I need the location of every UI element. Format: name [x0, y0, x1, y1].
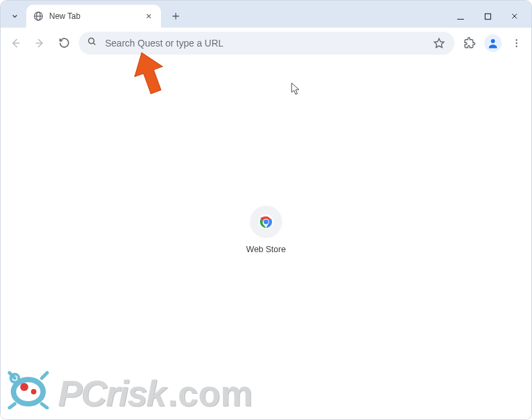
star-icon [433, 37, 445, 49]
profile-icon [487, 37, 499, 49]
plus-icon [171, 11, 180, 21]
tab-title: New Tab [49, 11, 143, 21]
forward-icon [34, 37, 46, 49]
tab-search-button[interactable] [3, 5, 26, 28]
bookmark-button[interactable] [432, 36, 446, 51]
nav-forward-button[interactable] [30, 34, 49, 53]
svg-point-7 [516, 42, 517, 43]
svg-marker-4 [434, 38, 444, 47]
window-controls [456, 11, 531, 21]
new-tab-button[interactable] [166, 7, 185, 26]
window-close-button[interactable] [510, 11, 519, 21]
back-icon [9, 37, 22, 49]
toolbar [1, 28, 531, 59]
extensions-button[interactable] [460, 34, 479, 53]
tab-close-button[interactable] [143, 11, 154, 22]
newtab-content: Web Store [1, 59, 531, 419]
svg-rect-2 [485, 13, 490, 19]
maximize-icon [484, 13, 492, 20]
svg-point-6 [516, 39, 517, 40]
shortcut-web-store[interactable]: Web Store [228, 206, 304, 254]
chrome-logo-icon [258, 214, 274, 230]
tab-strip: New Tab [1, 1, 531, 28]
shortcuts-row: Web Store [1, 206, 531, 254]
nav-back-button[interactable] [6, 34, 25, 53]
window-minimize-button[interactable] [456, 11, 465, 21]
omnibox[interactable] [79, 32, 455, 55]
window-maximize-button[interactable] [483, 11, 492, 21]
omnibox-input[interactable] [105, 38, 424, 49]
shortcut-tile [250, 206, 282, 238]
svg-point-11 [264, 220, 269, 224]
profile-button[interactable] [484, 34, 502, 52]
tab-newtab[interactable]: New Tab [26, 5, 161, 28]
extension-icon [463, 37, 475, 49]
browser-window: New Tab [0, 0, 532, 420]
svg-point-3 [89, 38, 94, 44]
dots-vertical-icon [511, 38, 522, 49]
window-close-icon [510, 12, 519, 20]
shortcut-label: Web Store [246, 245, 286, 254]
svg-point-8 [516, 45, 517, 47]
chevron-down-icon [11, 12, 19, 20]
menu-button[interactable] [507, 34, 526, 53]
svg-point-5 [491, 39, 495, 43]
globe-icon [33, 11, 44, 22]
minimize-icon [457, 12, 465, 20]
nav-reload-button[interactable] [55, 34, 73, 53]
search-icon [87, 36, 97, 49]
reload-icon [59, 37, 70, 49]
close-icon [145, 13, 152, 20]
